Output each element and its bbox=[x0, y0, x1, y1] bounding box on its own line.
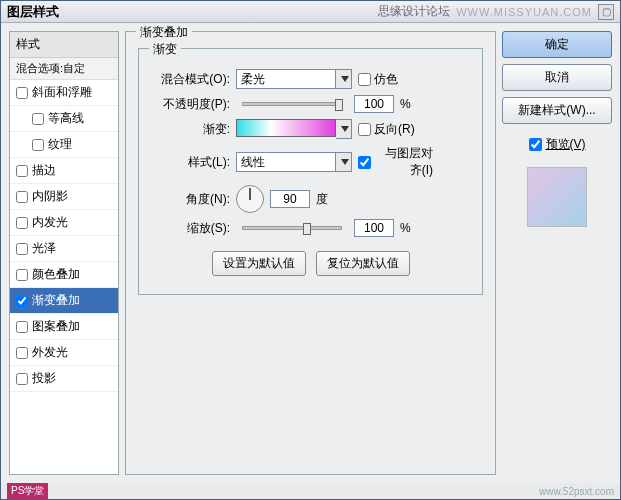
scale-label: 缩放(S): bbox=[155, 220, 230, 237]
sidebar-blending-options[interactable]: 混合选项:自定 bbox=[10, 58, 118, 80]
style-label: 样式(L): bbox=[155, 154, 230, 171]
gradient-preview[interactable] bbox=[236, 119, 336, 137]
sidebar-item-label: 颜色叠加 bbox=[32, 266, 80, 283]
sidebar-item-1[interactable]: 等高线 bbox=[10, 106, 118, 132]
opacity-input[interactable] bbox=[354, 95, 394, 113]
sidebar-item-7[interactable]: 颜色叠加 bbox=[10, 262, 118, 288]
sidebar-item-3[interactable]: 描边 bbox=[10, 158, 118, 184]
watermark-url: WWW.MISSYUAN.COM bbox=[456, 6, 592, 18]
maximize-icon[interactable]: ▢ bbox=[598, 4, 614, 20]
sidebar-item-4[interactable]: 内阴影 bbox=[10, 184, 118, 210]
new-style-button[interactable]: 新建样式(W)... bbox=[502, 97, 612, 124]
blend-mode-select[interactable]: 柔光 bbox=[236, 69, 336, 89]
style-select[interactable]: 线性 bbox=[236, 152, 336, 172]
inner-title: 渐变 bbox=[149, 41, 181, 58]
footer: PS学堂 www.52psxt.com bbox=[1, 483, 620, 499]
sidebar-header: 样式 bbox=[10, 32, 118, 58]
sidebar-item-label: 内阴影 bbox=[32, 188, 68, 205]
sidebar-item-label: 渐变叠加 bbox=[32, 292, 80, 309]
opacity-slider[interactable] bbox=[242, 102, 342, 106]
dither-checkbox[interactable]: 仿色 bbox=[358, 71, 433, 88]
angle-dial[interactable] bbox=[236, 185, 264, 213]
scale-slider[interactable] bbox=[242, 226, 342, 230]
sidebar-item-label: 外发光 bbox=[32, 344, 68, 361]
blend-mode-dropdown-icon[interactable] bbox=[336, 69, 352, 89]
style-sidebar: 样式 混合选项:自定 斜面和浮雕等高线纹理描边内阴影内发光光泽颜色叠加渐变叠加图… bbox=[9, 31, 119, 475]
pct-label: % bbox=[400, 97, 411, 111]
reverse-checkbox[interactable]: 反向(R) bbox=[358, 121, 433, 138]
gradient-label: 渐变: bbox=[155, 121, 230, 138]
sidebar-item-9[interactable]: 图案叠加 bbox=[10, 314, 118, 340]
pct-label-2: % bbox=[400, 221, 411, 235]
right-button-panel: 确定 取消 新建样式(W)... 预览(V) bbox=[502, 31, 612, 475]
sidebar-item-10[interactable]: 外发光 bbox=[10, 340, 118, 366]
degree-label: 度 bbox=[316, 191, 328, 208]
reset-default-button[interactable]: 复位为默认值 bbox=[316, 251, 410, 276]
footer-tag: PS学堂 bbox=[7, 483, 48, 499]
angle-input[interactable] bbox=[270, 190, 310, 208]
angle-label: 角度(N): bbox=[155, 191, 230, 208]
sidebar-item-label: 描边 bbox=[32, 162, 56, 179]
sidebar-item-5[interactable]: 内发光 bbox=[10, 210, 118, 236]
watermark-text: 思缘设计论坛 bbox=[378, 3, 450, 20]
window-title: 图层样式 bbox=[7, 3, 59, 21]
opacity-label: 不透明度(P): bbox=[155, 96, 230, 113]
gradient-inner-group: 渐变 混合模式(O): 柔光 仿色 不透明度(P): bbox=[138, 48, 483, 295]
titlebar: 图层样式 思缘设计论坛 WWW.MISSYUAN.COM ▢ bbox=[1, 1, 620, 23]
scale-input[interactable] bbox=[354, 219, 394, 237]
sidebar-item-6[interactable]: 光泽 bbox=[10, 236, 118, 262]
sidebar-item-2[interactable]: 纹理 bbox=[10, 132, 118, 158]
style-dropdown-icon[interactable] bbox=[336, 152, 352, 172]
layer-style-dialog: 图层样式 思缘设计论坛 WWW.MISSYUAN.COM ▢ 样式 混合选项:自… bbox=[0, 0, 621, 500]
sidebar-item-label: 等高线 bbox=[48, 110, 84, 127]
align-checkbox[interactable]: 与图层对齐(I) bbox=[358, 145, 433, 179]
blend-mode-label: 混合模式(O): bbox=[155, 71, 230, 88]
footer-url: www.52psxt.com bbox=[539, 486, 614, 497]
ok-button[interactable]: 确定 bbox=[502, 31, 612, 58]
preview-checkbox[interactable]: 预览(V) bbox=[502, 136, 612, 153]
sidebar-item-label: 内发光 bbox=[32, 214, 68, 231]
sidebar-item-0[interactable]: 斜面和浮雕 bbox=[10, 80, 118, 106]
sidebar-item-11[interactable]: 投影 bbox=[10, 366, 118, 392]
sidebar-item-label: 光泽 bbox=[32, 240, 56, 257]
sidebar-item-label: 斜面和浮雕 bbox=[32, 84, 92, 101]
group-title: 渐变叠加 bbox=[136, 24, 192, 41]
sidebar-item-label: 投影 bbox=[32, 370, 56, 387]
set-default-button[interactable]: 设置为默认值 bbox=[212, 251, 306, 276]
sidebar-item-label: 纹理 bbox=[48, 136, 72, 153]
gradient-dropdown-icon[interactable] bbox=[336, 119, 352, 139]
cancel-button[interactable]: 取消 bbox=[502, 64, 612, 91]
gradient-overlay-group: 渐变叠加 渐变 混合模式(O): 柔光 仿色 不透明度 bbox=[125, 31, 496, 475]
preview-swatch bbox=[527, 167, 587, 227]
sidebar-item-label: 图案叠加 bbox=[32, 318, 80, 335]
sidebar-item-8[interactable]: 渐变叠加 bbox=[10, 288, 118, 314]
